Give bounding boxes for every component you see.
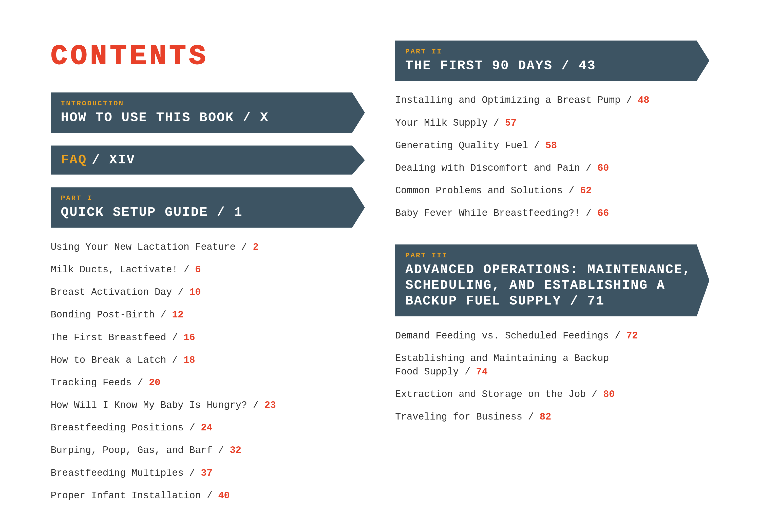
faq-section-header: FAQ / xiv (51, 145, 365, 174)
part1-label: PART I (61, 194, 353, 202)
toc-entry-r7: Demand Feeding vs. Scheduled Feedings / … (395, 329, 709, 343)
toc-entry-9: Breastfeeding Positions / 24 (51, 421, 365, 434)
page-num-r7: 72 (626, 330, 638, 341)
page-num-7: 20 (149, 377, 161, 388)
page-num-r3: 58 (546, 140, 557, 151)
page-num-12: 40 (218, 490, 230, 501)
page-num-10: 32 (230, 445, 241, 456)
toc-entry-r1: Installing and Optimizing a Breast Pump … (395, 93, 709, 107)
page: CONTENTS INTRODUCTION HOW TO USE THIS BO… (0, 0, 760, 532)
toc-entry-r6: Baby Fever While Breastfeeding?! / 66 (395, 207, 709, 220)
toc-entry-12: Proper Infant Installation / 40 (51, 489, 365, 502)
toc-entry-2: Milk Ducts, Lactivate! / 6 (51, 263, 365, 276)
toc-entry-r3: Generating Quality Fuel / 58 (395, 139, 709, 152)
faq-page: / xiv (92, 153, 135, 168)
toc-entry-r9: Extraction and Storage on the Job / 80 (395, 388, 709, 401)
intro-title: HOW TO USE THIS BOOK / x (61, 110, 353, 126)
page-num-r10: 82 (540, 411, 551, 422)
part1-title: QUICK SETUP GUIDE / 1 (61, 205, 353, 220)
toc-entry-6: How to Break a Latch / 18 (51, 354, 365, 367)
toc-entry-r4: Dealing with Discomfort and Pain / 60 (395, 161, 709, 175)
page-num-2: 6 (195, 264, 201, 275)
page-num-r5: 62 (580, 185, 592, 196)
page-num-r6: 66 (597, 208, 609, 218)
intro-label: INTRODUCTION (61, 100, 353, 107)
part1-section-header: PART I QUICK SETUP GUIDE / 1 (51, 187, 365, 227)
page-num-r8: 74 (476, 366, 488, 377)
toc-entry-r2: Your Milk Supply / 57 (395, 116, 709, 130)
page-num-r9: 80 (603, 389, 615, 400)
part2-toc-list: Installing and Optimizing a Breast Pump … (395, 93, 709, 229)
part3-label: PART III (405, 252, 697, 260)
page-num-r1: 48 (638, 95, 649, 106)
toc-entry-10: Burping, Poop, Gas, and Barf / 32 (51, 444, 365, 457)
part1-toc-list: Using Your New Lactation Feature / 2 Mil… (51, 240, 365, 511)
faq-label: FAQ (61, 153, 87, 168)
toc-entry-11: Breastfeeding Multiples / 37 (51, 466, 365, 480)
part2-title: THE FIRST 90 DAYS / 43 (405, 58, 697, 74)
toc-entry-3: Breast Activation Day / 10 (51, 285, 365, 299)
page-num-4: 12 (172, 309, 184, 320)
part2-label: PART II (405, 48, 697, 56)
toc-entry-4: Bonding Post-Birth / 12 (51, 308, 365, 321)
toc-entry-1: Using Your New Lactation Feature / 2 (51, 240, 365, 254)
toc-entry-7: Tracking Feeds / 20 (51, 376, 365, 389)
page-num-9: 24 (201, 422, 213, 433)
toc-entry-r8: Establishing and Maintaining a BackupFoo… (395, 352, 709, 378)
toc-entry-r5: Common Problems and Solutions / 62 (395, 184, 709, 197)
page-num-r4: 60 (597, 163, 609, 173)
page-num-6: 18 (184, 355, 195, 365)
left-column: CONTENTS INTRODUCTION HOW TO USE THIS BO… (51, 40, 365, 492)
toc-entry-5: The First Breastfeed / 16 (51, 331, 365, 344)
intro-section-header: INTRODUCTION HOW TO USE THIS BOOK / x (51, 92, 365, 133)
part3-section-header: PART III ADVANCED OPERATIONS: MAINTENANC… (395, 244, 709, 316)
page-num-3: 10 (189, 287, 201, 298)
right-column: PART II THE FIRST 90 DAYS / 43 Installin… (395, 40, 709, 492)
page-num-5: 16 (184, 332, 195, 343)
part3-toc-list: Demand Feeding vs. Scheduled Feedings / … (395, 329, 709, 433)
toc-entry-8: How Will I Know My Baby Is Hungry? / 23 (51, 399, 365, 412)
page-num-11: 37 (201, 468, 213, 479)
toc-entry-r10: Traveling for Business / 82 (395, 410, 709, 423)
contents-title: CONTENTS (51, 40, 365, 72)
part2-section-header: PART II THE FIRST 90 DAYS / 43 (395, 40, 709, 81)
part3-title: ADVANCED OPERATIONS: MAINTENANCE, SCHEDU… (405, 262, 697, 309)
page-num-1: 2 (253, 242, 259, 253)
page-num-r2: 57 (505, 118, 517, 128)
page-num-8: 23 (264, 400, 276, 411)
